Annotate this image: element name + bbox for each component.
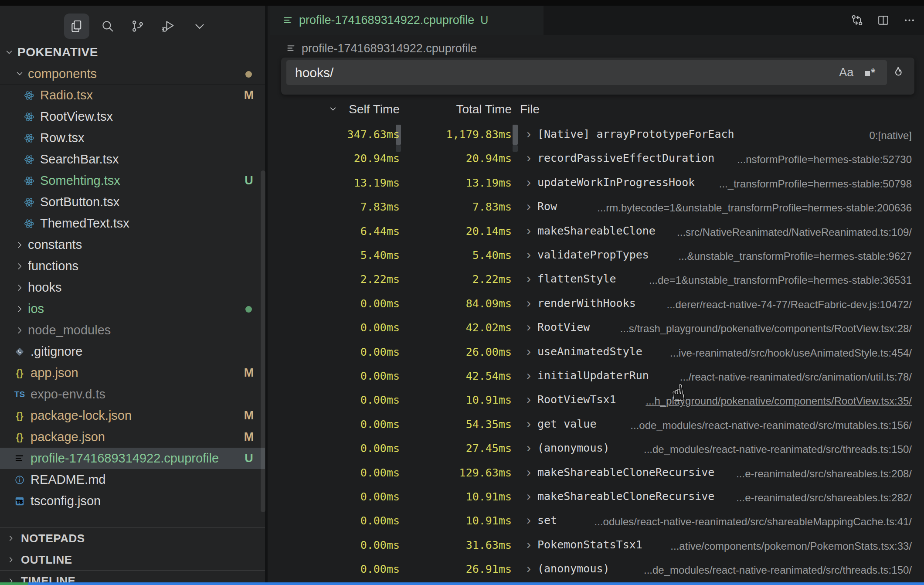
expand-chevron-right-icon[interactable]: ›: [527, 223, 531, 238]
tree-item-app-json[interactable]: {}app.jsonM: [0, 362, 265, 384]
tree-item-profile-1741689314922-cpuprofile[interactable]: profile-1741689314922.cpuprofileU: [0, 448, 265, 469]
file-location-link[interactable]: ...src/NativeReanimated/NativeReanimated…: [677, 226, 912, 238]
profile-row[interactable]: 20.94ms20.94ms›recordPassiveEffectDurati…: [270, 148, 924, 172]
tree-item-package-lock-json[interactable]: {}package-lock.jsonM: [0, 405, 265, 426]
expand-chevron-right-icon[interactable]: ›: [527, 271, 531, 286]
file-location-link[interactable]: ...&unstable_transformProfile=hermes-sta…: [678, 250, 912, 262]
file-location-link[interactable]: ...rm.bytecode=1&unstable_transformProfi…: [597, 202, 912, 214]
tree-item-somehting-tsx[interactable]: Somehting.tsxU: [0, 170, 265, 191]
column-header-self-time[interactable]: Self Time: [270, 102, 400, 116]
activity-chevron-down-button[interactable]: [187, 14, 212, 39]
tree-item-readme-md[interactable]: README.md: [0, 469, 265, 490]
file-location-link[interactable]: ...derer/react-native-74-77/ReactFabric-…: [667, 299, 912, 311]
profile-row[interactable]: 2.22ms2.22ms›flattenStyle...de=1&unstabl…: [270, 269, 924, 293]
tree-item-components[interactable]: components: [0, 63, 265, 85]
activity-files-button[interactable]: [64, 14, 89, 39]
tab-cpuprofile[interactable]: profile-1741689314922.cpuprofile U: [270, 6, 544, 35]
column-header-file[interactable]: File: [520, 102, 540, 116]
regex-toggle[interactable]: *: [865, 66, 876, 79]
file-location-link[interactable]: 0:[native]: [870, 129, 912, 142]
file-location-link[interactable]: ...de=1&unstable_transformProfile=hermes…: [649, 274, 912, 286]
tree-item-sortbutton-tsx[interactable]: SortButton.tsx: [0, 191, 265, 213]
compare-changes-button[interactable]: [846, 9, 868, 32]
more-actions-button[interactable]: [898, 9, 921, 32]
expand-chevron-right-icon[interactable]: ›: [527, 561, 531, 576]
expand-chevron-right-icon[interactable]: ›: [527, 344, 531, 359]
panel-header-outline[interactable]: OUTLINE: [0, 549, 265, 570]
activity-source-control-button[interactable]: [125, 14, 150, 39]
search-input[interactable]: hooks/ Aa *: [286, 60, 887, 85]
file-location-link[interactable]: ...e-reanimated/src/shareables.ts:282/: [736, 492, 912, 504]
file-location-link[interactable]: ...ative/components/pokemon/PokemonStats…: [670, 540, 912, 552]
tree-item-radio-tsx[interactable]: Radio.tsxM: [0, 85, 265, 106]
function-name: flattenStyle: [537, 272, 616, 285]
tree-item-rootview-tsx[interactable]: RootView.tsx: [0, 106, 265, 127]
profile-row[interactable]: 0.00ms26.00ms›useAnimatedStyle...ive-rea…: [270, 341, 924, 366]
expand-chevron-right-icon[interactable]: ›: [527, 465, 531, 480]
tree-item-tsconfig-json[interactable]: TStsconfig.json: [0, 490, 265, 512]
file-location-link[interactable]: ...nsformProfile=hermes-stable:52730: [737, 153, 912, 166]
tree-item-expo-env-d-ts[interactable]: TSexpo-env.d.ts: [0, 384, 265, 405]
tree-item-hooks[interactable]: hooks: [0, 277, 265, 298]
expand-chevron-right-icon[interactable]: ›: [527, 320, 531, 334]
profile-row[interactable]: 0.00ms10.91ms›makeShareableCloneRecursiv…: [270, 486, 924, 510]
profile-row[interactable]: 0.00ms54.35ms›get value...ode_modules/re…: [270, 414, 924, 438]
expand-chevron-right-icon[interactable]: ›: [527, 368, 531, 383]
profile-row[interactable]: 6.44ms20.14ms›makeShareableClone...src/N…: [270, 221, 924, 245]
tree-item-searchbar-tsx[interactable]: SearchBar.tsx: [0, 149, 265, 170]
expand-chevron-right-icon[interactable]: ›: [527, 392, 531, 407]
sidebar-scrollbar[interactable]: [261, 170, 265, 512]
file-location-link[interactable]: ...e-reanimated/src/shareables.ts:208/: [736, 468, 912, 480]
file-location-link[interactable]: ..._transformProfile=hermes-stable:50798: [719, 178, 912, 190]
file-location-link[interactable]: ...de_modules/react-native-reanimated/sr…: [644, 564, 912, 576]
match-case-toggle[interactable]: Aa: [839, 66, 853, 79]
expand-chevron-right-icon[interactable]: ›: [527, 416, 531, 431]
profile-row[interactable]: 5.40ms5.40ms›validatePropTypes...&unstab…: [270, 245, 924, 269]
tree-item--gitignore[interactable]: .gitignore: [0, 341, 265, 362]
panel-header-notepads[interactable]: NOTEPADS: [0, 527, 265, 549]
flame-graph-button[interactable]: [887, 62, 908, 83]
profile-row[interactable]: 0.00ms31.63ms›PokemonStatsTsx1...ative/c…: [270, 534, 924, 559]
profile-row[interactable]: 0.00ms10.91ms›set...odules/react-native-…: [270, 510, 924, 534]
expand-chevron-right-icon[interactable]: ›: [527, 199, 531, 214]
vscode-window: POKENATIVE componentsRadio.tsxMRootView.…: [0, 0, 924, 585]
column-header-total-time[interactable]: Total Time: [401, 102, 512, 116]
expand-chevron-right-icon[interactable]: ›: [527, 247, 531, 262]
profile-row[interactable]: 0.00ms129.63ms›makeShareableCloneRecursi…: [270, 462, 924, 486]
expand-chevron-right-icon[interactable]: ›: [527, 513, 531, 527]
tree-item-themedtext-tsx[interactable]: ThemedText.tsx: [0, 213, 265, 234]
tree-item-package-json[interactable]: {}package.jsonM: [0, 426, 265, 448]
activity-search-button[interactable]: [95, 14, 120, 39]
file-location-link[interactable]: .../react-native-reanimated/src/animatio…: [680, 371, 912, 383]
profile-row[interactable]: 347.63ms1,179.83ms›[Native] arrayPrototy…: [270, 124, 924, 148]
profile-row[interactable]: 0.00ms27.45ms›(anonymous)...de_modules/r…: [270, 438, 924, 462]
project-header[interactable]: POKENATIVE: [0, 43, 265, 62]
expand-chevron-right-icon[interactable]: ›: [527, 296, 531, 310]
file-location-link[interactable]: ...odules/react-native-reanimated/src/sh…: [594, 516, 912, 528]
file-location-link[interactable]: ...ive-reanimated/src/hook/useAnimatedSt…: [670, 347, 912, 359]
activity-debug-button[interactable]: [156, 14, 181, 39]
profile-row[interactable]: 0.00ms26.91ms›(anonymous)...de_modules/r…: [270, 558, 924, 583]
profile-row[interactable]: 7.83ms7.83ms›Row...rm.bytecode=1&unstabl…: [270, 196, 924, 221]
expand-chevron-right-icon[interactable]: ›: [527, 175, 531, 190]
tree-item-constants[interactable]: constants: [0, 234, 265, 255]
expand-chevron-right-icon[interactable]: ›: [527, 126, 531, 141]
expand-chevron-right-icon[interactable]: ›: [527, 489, 531, 503]
split-editor-button[interactable]: [872, 9, 894, 32]
expand-chevron-right-icon[interactable]: ›: [527, 440, 531, 455]
expand-chevron-right-icon[interactable]: ›: [527, 150, 531, 165]
profile-row[interactable]: 13.19ms13.19ms›updateWorkInProgressHook.…: [270, 172, 924, 197]
tree-item-functions[interactable]: functions: [0, 255, 265, 277]
tree-item-node-modules[interactable]: node_modules: [0, 320, 265, 341]
tree-item-row-tsx[interactable]: Row.tsx: [0, 127, 265, 149]
expand-chevron-right-icon[interactable]: ›: [527, 537, 531, 552]
total-time-value: 1,179.83ms: [270, 128, 512, 141]
tree-item-ios[interactable]: ios: [0, 298, 265, 320]
profile-row[interactable]: 0.00ms84.09ms›renderWithHooks...derer/re…: [270, 293, 924, 317]
file-location-link[interactable]: ...ode_modules/react-native-reanimated/s…: [630, 419, 912, 432]
profile-row[interactable]: 0.00ms10.91ms›RootViewTsx1...h_playgroun…: [270, 389, 924, 414]
profile-row[interactable]: 0.00ms42.02ms›RootView...s/trash_playgro…: [270, 317, 924, 341]
file-location-link[interactable]: ...de_modules/react-native-reanimated/sr…: [644, 443, 912, 456]
file-location-link[interactable]: ...s/trash_playground/pokenative/compone…: [620, 323, 912, 335]
profile-row[interactable]: 0.00ms42.54ms›initialUpdaterRun.../react…: [270, 365, 924, 390]
